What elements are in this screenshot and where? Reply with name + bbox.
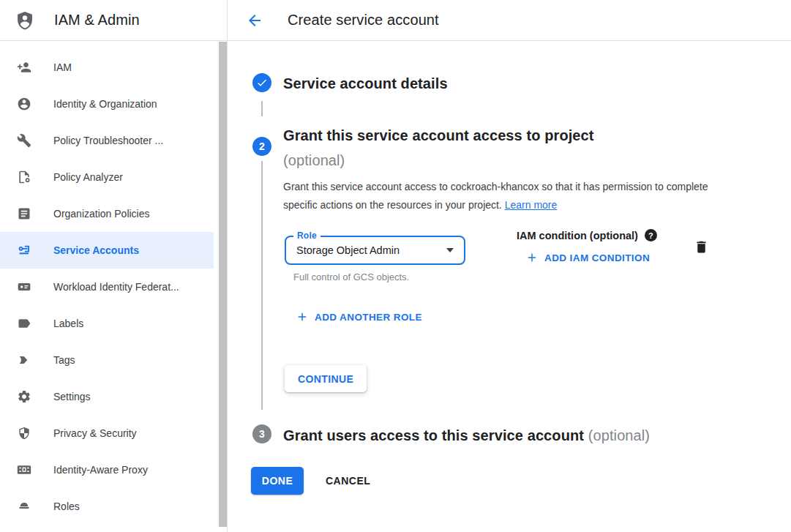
sidebar-item-label: Organization Policies	[53, 208, 150, 220]
trash-icon	[694, 239, 709, 255]
step-connector-line	[261, 101, 263, 116]
done-button[interactable]: DONE	[251, 467, 304, 495]
sidebar-item-service-accounts[interactable]: Service Accounts	[0, 232, 214, 269]
label-icon	[17, 316, 31, 331]
step2-title-text: Grant this service account access to pro…	[283, 123, 594, 148]
service-account-key-icon	[17, 243, 31, 258]
sidebar-item-identity-aware-proxy[interactable]: Identity-Aware Proxy	[0, 452, 214, 488]
sidebar-item-label: Workload Identity Federat...	[53, 281, 179, 293]
shield-half-icon	[17, 426, 31, 441]
sidebar-item-identity-organization[interactable]: Identity & Organization	[0, 86, 214, 122]
sidebar-item-policy-analyzer[interactable]: Policy Analyzer	[0, 159, 214, 195]
sidebar-item-label: Identity & Organization	[53, 98, 157, 110]
sidebar-item-labels[interactable]: Labels	[0, 305, 214, 342]
document-icon	[17, 206, 31, 221]
step1-complete-check-icon	[252, 73, 271, 92]
top-header: IAM & Admin Create service account	[0, 0, 791, 41]
roles-hat-icon	[17, 499, 31, 514]
dropdown-caret-icon	[446, 248, 454, 252]
sidebar-item-label: Settings	[53, 391, 91, 402]
iam-shield-logo-icon	[15, 10, 35, 31]
step3-title: Grant users access to this service accou…	[283, 425, 650, 446]
step2-description: Grant this service account access to coc…	[283, 178, 719, 214]
policy-analyzer-icon	[17, 170, 31, 184]
step3-number: 3	[259, 428, 265, 440]
step3-title-text: Grant users access to this service accou…	[283, 427, 584, 443]
sidebar-item-label: IAM	[53, 61, 72, 73]
continue-button[interactable]: CONTINUE	[285, 365, 367, 392]
step2-description-text: Grant this service account access to coc…	[283, 181, 708, 211]
step2-number: 2	[259, 141, 265, 152]
plus-icon	[296, 310, 309, 323]
add-iam-condition-button[interactable]: ADD IAM CONDITION	[525, 251, 650, 264]
step-connector-line	[261, 161, 263, 410]
step2-optional-label: (optional)	[283, 148, 594, 173]
gear-icon	[17, 389, 31, 404]
add-another-role-label: ADD ANOTHER ROLE	[315, 312, 422, 323]
badge-icon	[17, 280, 31, 294]
role-selected-value: Storage Object Admin	[296, 244, 446, 256]
sidebar-item-privacy-security[interactable]: Privacy & Security	[0, 415, 214, 452]
page-header: Create service account	[228, 0, 439, 40]
back-arrow-icon[interactable]	[246, 12, 263, 29]
page-title: Create service account	[288, 12, 439, 29]
sidebar-item-iam[interactable]: IAM	[0, 49, 214, 86]
person-add-icon	[17, 60, 31, 75]
sidebar-header: IAM & Admin	[0, 0, 228, 40]
iam-condition-label-text: IAM condition (optional)	[517, 230, 638, 241]
step2-number-badge: 2	[252, 137, 271, 156]
sidebar-nav: IAM Identity & Organization Policy Troub…	[0, 41, 228, 532]
wrench-icon	[17, 133, 31, 148]
tag-icon	[17, 353, 31, 367]
sidebar-item-label: Privacy & Security	[53, 427, 137, 439]
sidebar-item-label: Tags	[53, 354, 75, 366]
learn-more-link[interactable]: Learn more	[505, 199, 558, 211]
app-title: IAM & Admin	[54, 12, 140, 29]
sidebar-item-policy-troubleshooter[interactable]: Policy Troubleshooter ...	[0, 122, 214, 159]
account-circle-icon	[17, 97, 31, 111]
help-icon[interactable]: ?	[645, 229, 657, 241]
sidebar-item-roles[interactable]: Roles	[0, 488, 214, 525]
plus-icon	[525, 251, 539, 264]
iap-icon	[17, 462, 31, 477]
sidebar-item-label: Labels	[53, 318, 83, 329]
sidebar-item-label: Service Accounts	[53, 244, 139, 256]
cancel-button[interactable]: CANCEL	[315, 467, 380, 495]
step3-optional-label: (optional)	[588, 427, 650, 443]
add-another-role-button[interactable]: ADD ANOTHER ROLE	[296, 310, 422, 323]
step3-number-badge: 3	[252, 424, 271, 443]
sidebar-item-label: Policy Troubleshooter ...	[53, 135, 163, 146]
delete-role-button[interactable]	[693, 239, 709, 256]
role-select[interactable]: Role Storage Object Admin	[285, 236, 465, 265]
iam-condition-label: IAM condition (optional) ?	[517, 229, 657, 241]
sidebar-item-tags[interactable]: Tags	[0, 342, 214, 378]
sidebar-item-organization-policies[interactable]: Organization Policies	[0, 195, 214, 232]
create-service-account-form: Service account details 2 Grant this ser…	[228, 41, 791, 532]
role-field-label: Role	[293, 231, 320, 241]
add-iam-condition-label: ADD IAM CONDITION	[544, 252, 650, 263]
sidebar-item-label: Policy Analyzer	[53, 171, 123, 183]
sidebar-item-workload-identity-federation[interactable]: Workload Identity Federat...	[0, 269, 214, 305]
sidebar-scrollbar[interactable]	[219, 42, 227, 527]
sidebar-item-label: Identity-Aware Proxy	[53, 464, 148, 476]
sidebar-item-label: Roles	[53, 501, 80, 512]
role-helper-text: Full control of GCS objects.	[293, 271, 409, 282]
step2-title: Grant this service account access to pro…	[283, 123, 594, 173]
step1-title: Service account details	[283, 74, 448, 93]
sidebar-item-settings[interactable]: Settings	[0, 378, 214, 415]
